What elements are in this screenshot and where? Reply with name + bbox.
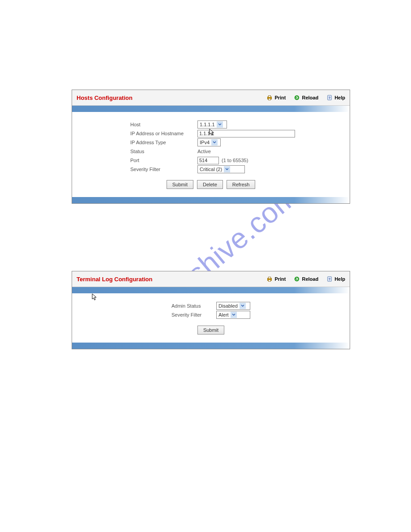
divider-bar [72,106,350,112]
form-area: Host 1.1.1.1 IP Address or Hostname IP A… [72,112,350,197]
button-row: Submit Delete Refresh [72,174,350,192]
help-icon: ? [326,94,333,101]
terminal-log-panel: Terminal Log Configuration Print Reload [72,271,350,349]
host-select[interactable]: 1.1.1.1 [197,120,227,129]
severity-select[interactable]: Critical (2) [197,165,245,173]
admin-status-select[interactable]: Disabled [216,302,250,310]
panel-header: Hosts Configuration Print Reload ? [72,90,350,106]
chevron-down-icon [217,121,223,128]
panel-title: Hosts Configuration [77,94,266,101]
chevron-down-icon [224,166,230,172]
chevron-down-icon [211,139,218,146]
cursor-icon [209,129,214,137]
svg-rect-1 [269,96,271,98]
admin-status-label: Admin Status [171,303,216,309]
print-label: Print [274,95,286,100]
ip-type-label: IP Address Type [130,140,197,145]
reload-button[interactable]: Reload [294,94,318,101]
help-button[interactable]: ? Help [326,94,345,101]
divider-bar [72,287,350,293]
form-area: Admin Status Disabled Severity Filter Al… [72,293,350,343]
toolbar: Print Reload ? Help [266,276,345,282]
button-row: Submit [72,319,350,337]
help-label: Help [334,276,345,282]
svg-rect-7 [269,277,271,279]
svg-text:?: ? [329,277,331,281]
submit-button[interactable]: Submit [167,180,193,189]
severity-label: Severity Filter [130,167,197,172]
print-button[interactable]: Print [266,94,286,101]
help-button[interactable]: ? Help [326,276,345,282]
port-input[interactable] [197,157,219,164]
toolbar: Print Reload ? Help [266,94,345,101]
severity-value: Alert [218,312,229,317]
print-button[interactable]: Print [266,276,286,282]
host-label: Host [130,122,197,127]
submit-button[interactable]: Submit [197,326,224,335]
ip-type-select[interactable]: IPv4 [197,138,221,146]
reload-icon [294,94,300,101]
panel-header: Terminal Log Configuration Print Reload [72,271,350,287]
help-label: Help [334,95,345,100]
print-label: Print [274,276,286,282]
svg-rect-2 [269,99,271,100]
reload-label: Reload [302,276,318,282]
severity-value: Critical (2) [200,167,222,172]
hosts-config-panel: Hosts Configuration Print Reload ? [72,90,350,204]
svg-text:?: ? [329,96,331,100]
severity-label: Severity Filter [171,312,216,317]
port-label: Port [130,158,197,163]
print-icon [266,94,273,101]
refresh-button[interactable]: Refresh [227,180,256,189]
ip-type-value: IPv4 [200,140,210,145]
help-icon: ? [326,276,333,282]
print-icon [266,276,273,282]
cursor-icon [92,293,97,301]
port-hint: (1 to 65535) [222,158,248,163]
svg-rect-8 [269,280,271,282]
admin-status-value: Disabled [218,303,238,309]
panel-title: Terminal Log Configuration [77,276,266,283]
status-label: Status [130,149,197,154]
ip-hostname-label: IP Address or Hostname [130,131,197,136]
reload-icon [294,276,300,282]
host-select-value: 1.1.1.1 [200,122,215,127]
reload-label: Reload [302,95,318,100]
divider-bar [72,343,350,349]
chevron-down-icon [231,312,237,318]
delete-button[interactable]: Delete [197,180,223,189]
status-value: Active [197,149,211,154]
divider-bar [72,197,350,203]
chevron-down-icon [240,303,246,309]
reload-button[interactable]: Reload [294,276,318,282]
severity-select[interactable]: Alert [216,311,250,319]
